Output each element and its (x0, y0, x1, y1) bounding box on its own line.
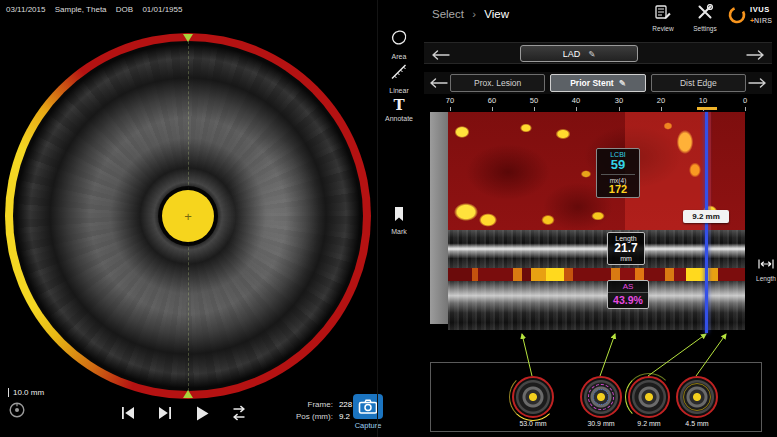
area-icon (389, 28, 409, 48)
arrow-left-icon (426, 77, 450, 89)
vessel-next-button[interactable] (744, 47, 768, 61)
settings-tools-icon (696, 4, 714, 20)
vessel-prev-button[interactable] (428, 47, 452, 61)
vessel-select-button[interactable]: LAD ✎ (520, 45, 638, 62)
ruler-tick (492, 107, 493, 111)
pos-label: Pos (mm): (296, 412, 333, 421)
logo-text: IVUS +NIRS (750, 6, 772, 24)
lcbi-panel: LCBI 59 mx(4) 172 (596, 148, 640, 198)
as-label: AS (608, 281, 648, 293)
segment-button-dist-edge[interactable]: Dist Edge (651, 74, 746, 92)
longitudinal-view-upper[interactable] (448, 230, 745, 268)
thumbnail-4-5[interactable] (676, 376, 718, 418)
loop-button[interactable] (227, 402, 251, 424)
catheter-marker: + (162, 190, 214, 242)
ruler-tick (619, 107, 620, 111)
length-unit: mm (608, 255, 644, 262)
next-frame-icon (155, 404, 175, 422)
thumbnail-9-2[interactable] (628, 376, 670, 418)
annotate-icon: T (377, 96, 421, 114)
vessel-selector-row: LAD ✎ (424, 42, 772, 64)
linear-ruler-icon (389, 62, 409, 82)
prev-frame-button[interactable] (116, 402, 140, 424)
ruler-tick (450, 107, 451, 111)
scale-indicator: 10.0 mm (8, 388, 44, 397)
tool-annotate-button[interactable]: T Annotate (377, 96, 421, 122)
arrow-right-icon (746, 77, 770, 89)
study-date: 03/11/2015 (6, 5, 45, 14)
lcbi-divider (601, 174, 635, 175)
tool-area-button[interactable]: Area (377, 28, 421, 60)
arrow-left-icon (428, 49, 452, 61)
camera-icon (358, 398, 378, 415)
ivus-image: + (13, 41, 363, 391)
as-value: 43.9% (608, 293, 648, 308)
logo-ring-icon (727, 5, 747, 25)
review-button[interactable]: Review (646, 4, 680, 32)
segment-selector-row: Prox. Lesion Prior Stent ✎ Dist Edge (424, 72, 772, 94)
tool-mark-label: Mark (377, 228, 421, 235)
crosshair-icon: + (184, 210, 192, 223)
ruler-tick (534, 107, 535, 111)
playback-controls (116, 402, 251, 424)
scale-tick (8, 388, 9, 397)
tool-area-label: Area (377, 53, 421, 60)
mark-bookmark-icon (391, 205, 407, 223)
length-tool-label: Length (756, 275, 776, 282)
segment-button-prox-lesion[interactable]: Prox. Lesion (450, 74, 545, 92)
ruler-tick (661, 107, 662, 111)
ruler-tick-label: 0 (735, 96, 755, 105)
play-icon (192, 404, 212, 423)
no-data-region (430, 112, 448, 324)
settings-label: Settings (688, 25, 722, 32)
ruler-tick-label: 30 (609, 96, 629, 105)
ivus-cross-section[interactable]: + (5, 33, 371, 399)
settings-button[interactable]: Settings (688, 4, 722, 32)
thumbnail-label: 53.0 mm (508, 420, 558, 427)
breadcrumb-view: View (484, 8, 509, 20)
dob-value: 01/01/1955 (142, 5, 182, 14)
segment-prev-button[interactable] (426, 75, 450, 89)
makoto-console-screen: 03/11/2015 Sample, Theta DOB 01/01/1955 … (0, 0, 777, 437)
longitudinal-view-lower[interactable] (448, 281, 745, 330)
thumbnail-label: 30.9 mm (576, 420, 626, 427)
thumbnail-label: 9.2 mm (624, 420, 674, 427)
lcbi-value: 59 (597, 158, 639, 172)
ruler-tick-label: 50 (524, 96, 544, 105)
dial-icon (8, 401, 26, 419)
length-arrows-icon (757, 258, 775, 270)
breadcrumb-select[interactable]: Select (432, 8, 464, 20)
measurement-ring (593, 389, 609, 405)
play-button[interactable] (190, 402, 214, 424)
tool-mark-button[interactable]: Mark (377, 205, 421, 235)
next-frame-button[interactable] (153, 402, 177, 424)
scale-label: 10.0 mm (13, 388, 44, 397)
measurement-ring (683, 383, 711, 411)
logo-line1: IVUS (750, 6, 772, 14)
ruler-tick-label: 20 (651, 96, 671, 105)
tool-linear-label: Linear (377, 87, 421, 94)
thumbnail-30-9[interactable] (580, 376, 622, 418)
thumbnail-label: 4.5 mm (672, 420, 722, 427)
block-chemogram-strip (448, 268, 745, 281)
image-orientation-dial-icon[interactable] (8, 401, 26, 419)
segment-next-button[interactable] (746, 75, 770, 89)
measurement-ring (625, 373, 673, 421)
thumbnail-53-0[interactable] (512, 376, 554, 418)
measurement-ring (509, 373, 557, 421)
segment-buttons: Prox. Lesion Prior Stent ✎ Dist Edge (450, 73, 746, 93)
edit-pencil-icon: ✎ (588, 49, 595, 59)
segment-label: Prior Stent (570, 78, 613, 88)
segment-button-prior-stent[interactable]: Prior Stent ✎ (550, 74, 645, 92)
ivus-nirs-logo: IVUS +NIRS (727, 5, 772, 25)
prev-frame-icon (118, 404, 138, 422)
top-orientation-marker-icon (183, 34, 193, 42)
patient-info: 03/11/2015 Sample, Theta DOB 01/01/1955 (6, 5, 189, 14)
length-value: 21.7 (608, 242, 644, 255)
arrow-right-icon (744, 49, 768, 61)
ruler-tick-label: 10 (693, 96, 713, 105)
breadcrumb-separator: › (472, 8, 476, 20)
tool-linear-button[interactable]: Linear (377, 62, 421, 94)
ruler-tick (745, 107, 746, 111)
length-tool-button[interactable]: Length (756, 256, 776, 282)
